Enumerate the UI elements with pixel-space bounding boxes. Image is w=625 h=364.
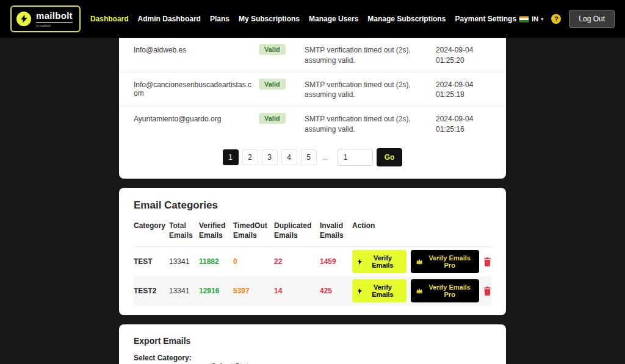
logout-button[interactable]: Log Out <box>569 10 615 28</box>
header-duplicated: Duplicated Emails <box>274 221 320 240</box>
navbar-right: IN ▾ ? Log Out <box>519 10 615 28</box>
page-button-1[interactable]: 1 <box>223 149 239 165</box>
timedout-emails: 0 <box>233 257 274 266</box>
total-emails: 13341 <box>169 287 199 295</box>
total-emails: 13341 <box>169 257 199 266</box>
duplicated-emails: 22 <box>274 257 320 266</box>
delete-category-icon[interactable] <box>483 257 491 266</box>
verification-row: Info@aidweb.es Valid SMTP verification t… <box>119 38 506 73</box>
nav-links: Dashboard Admin Dashboard Plans My Subsc… <box>90 15 516 23</box>
nav-dashboard[interactable]: Dashboard <box>90 15 129 23</box>
verify-emails-button[interactable]: Verify Emails <box>352 279 406 302</box>
nav-my-subscriptions[interactable]: My Subscriptions <box>239 15 300 23</box>
status-badge: Valid <box>259 79 286 90</box>
brand-name: mailbolt <box>36 11 73 23</box>
verification-message: SMTP verification timed out (2s), assumi… <box>305 44 436 66</box>
top-navbar: mailbolt by mailbolt Dashboard Admin Das… <box>0 0 625 38</box>
lightning-bolt-icon <box>16 12 31 26</box>
timedout-emails: 5397 <box>233 287 274 295</box>
verification-message: SMTP verification timed out (2s), assumi… <box>305 79 436 101</box>
status-badge: Valid <box>259 44 286 55</box>
go-button[interactable]: Go <box>377 148 403 166</box>
page-button-4[interactable]: 4 <box>281 149 297 165</box>
brand-logo[interactable]: mailbolt by mailbolt <box>10 5 81 32</box>
email-categories-card: Email Categories Category Total Emails V… <box>119 188 506 315</box>
categories-header-row: Category Total Emails Verified Emails Ti… <box>134 221 491 247</box>
nav-admin-dashboard[interactable]: Admin Dashboard <box>138 15 201 23</box>
email-categories-title: Email Categories <box>134 199 491 212</box>
crown-icon <box>416 259 423 265</box>
category-row: TEST 13341 11882 0 22 1459 Verify Emails… <box>134 247 491 276</box>
duplicated-emails: 14 <box>274 287 320 295</box>
categories-table: Category Total Emails Verified Emails Ti… <box>134 221 491 305</box>
verification-message: SMTP verification timed out (2s), assumi… <box>305 113 436 135</box>
header-verified: Verified Emails <box>199 221 233 240</box>
lightning-bolt-icon <box>358 288 362 294</box>
delete-category-icon[interactable] <box>483 287 491 296</box>
verification-results-card: Info@aidweb.es Valid SMTP verification t… <box>119 38 506 179</box>
verify-emails-button[interactable]: Verify Emails <box>352 250 406 273</box>
email-address: Info@cancionesenbuscadeartistas.com <box>134 79 259 98</box>
category-name: TEST2 <box>134 287 169 295</box>
email-address: Info@aidweb.es <box>134 44 259 54</box>
page-button-5[interactable]: 5 <box>301 149 317 165</box>
page-number-input[interactable] <box>338 149 373 166</box>
header-timedout: TimedOut Emails <box>233 221 274 240</box>
invalid-emails: 1459 <box>320 257 352 266</box>
language-flag-icon <box>519 16 529 23</box>
verification-date: 2024-09-04 01:25:16 <box>436 113 491 135</box>
chevron-down-icon: ▾ <box>541 16 543 22</box>
email-address: Ayuntamiento@guardo.org <box>134 113 259 123</box>
nav-payment-settings[interactable]: Payment Settings <box>455 15 516 23</box>
brand-tagline: by mailbolt <box>36 24 73 27</box>
nav-plans[interactable]: Plans <box>210 15 229 23</box>
language-selector[interactable]: IN ▾ <box>519 15 543 23</box>
verified-emails: 11882 <box>199 257 233 266</box>
header-category: Category <box>134 221 169 230</box>
header-invalid: Invalid Emails <box>320 221 352 240</box>
select-category-label: Select Category: <box>134 354 195 362</box>
crown-icon <box>416 288 423 294</box>
verification-row: Ayuntamiento@guardo.org Valid SMTP verif… <box>119 107 506 141</box>
pagination: 1 2 3 4 5 ... Go <box>119 141 506 179</box>
category-row: TEST2 13341 12916 5397 14 425 Verify Ema… <box>134 276 491 305</box>
language-code: IN <box>532 15 538 23</box>
export-emails-card: Export Emails Select Category: All Categ… <box>119 324 506 364</box>
header-action: Action <box>352 221 491 230</box>
verification-date: 2024-09-04 01:25:20 <box>436 44 491 66</box>
page-button-2[interactable]: 2 <box>242 149 258 165</box>
lightning-bolt-icon <box>358 259 362 265</box>
export-emails-title: Export Emails <box>134 336 491 346</box>
header-total: Total Emails <box>169 221 199 240</box>
help-icon[interactable]: ? <box>551 14 561 24</box>
verification-date: 2024-09-04 01:25:18 <box>436 79 491 101</box>
verified-emails: 12916 <box>199 287 233 295</box>
verify-emails-pro-button[interactable]: Verify Emails Pro <box>411 250 479 273</box>
main-content: Info@aidweb.es Valid SMTP verification t… <box>119 38 506 364</box>
verification-row: Info@cancionesenbuscadeartistas.com Vali… <box>119 73 506 107</box>
pagination-ellipsis: ... <box>322 153 328 162</box>
page-button-3[interactable]: 3 <box>262 149 278 165</box>
nav-manage-users[interactable]: Manage Users <box>309 15 358 23</box>
export-controls: Select Category: All Categories ▾ Select… <box>134 354 491 364</box>
nav-manage-subscriptions[interactable]: Manage Subscriptions <box>367 15 446 23</box>
invalid-emails: 425 <box>320 287 352 295</box>
category-name: TEST <box>134 257 169 266</box>
status-badge: Valid <box>259 113 286 124</box>
verify-emails-pro-button[interactable]: Verify Emails Pro <box>411 279 479 302</box>
